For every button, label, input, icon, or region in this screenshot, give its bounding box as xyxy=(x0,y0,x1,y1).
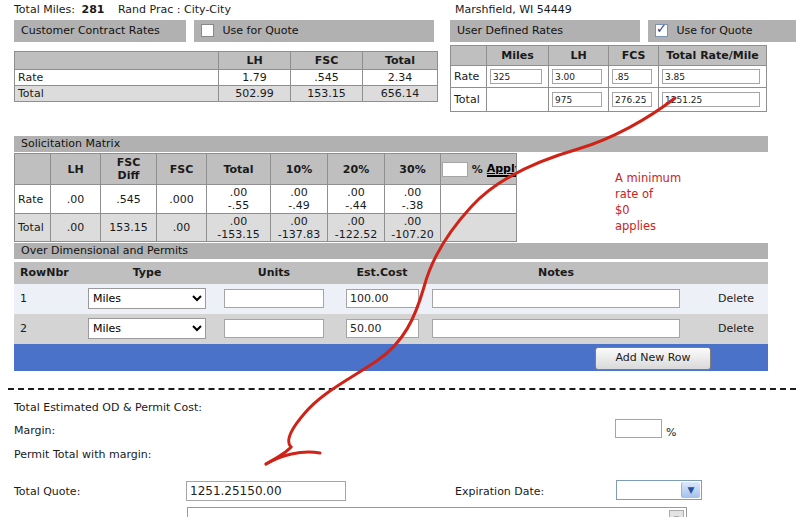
solicitation-matrix-header: Solicitation Matrix xyxy=(14,136,768,152)
sm-rate-10pct: .00-.49 xyxy=(271,185,328,214)
ccr-col-blank xyxy=(15,52,219,70)
od-row-1: 1 Miles Delete xyxy=(14,284,768,314)
expiration-date-select[interactable]: ▼ xyxy=(616,480,702,500)
ccr-rate-row: Rate 1.79 .545 2.34 xyxy=(15,70,438,86)
sm-col-lh: LH xyxy=(51,154,101,185)
od-col-rownbr: RowNbr xyxy=(20,262,69,284)
ccr-col-fsc: FSC xyxy=(291,52,363,70)
sm-total-total: .00-153.15 xyxy=(207,214,271,242)
sm-percent-label: % xyxy=(472,162,483,175)
ccr-total-label: Total xyxy=(15,86,219,102)
udr-use-for-quote-bar: ✓ Use for Quote xyxy=(648,20,796,42)
od-row1-notes-input[interactable] xyxy=(432,289,680,308)
udr-total-total-input[interactable] xyxy=(662,92,760,107)
ccr-col-lh: LH xyxy=(219,52,291,70)
sm-rate-lh: .00 xyxy=(51,185,101,214)
margin-input[interactable] xyxy=(615,419,662,438)
od-row2-number: 2 xyxy=(20,322,27,335)
od-row2-units-input[interactable] xyxy=(224,319,324,338)
sm-total-20pct: .00-122.52 xyxy=(328,214,385,242)
margin-label: Margin: xyxy=(14,424,55,437)
od-row1-units-input[interactable] xyxy=(224,289,324,308)
udr-rate-row: Rate xyxy=(451,66,767,88)
od-col-type: Type xyxy=(88,262,206,284)
od-row1-estcost-input[interactable] xyxy=(346,289,419,308)
total-miles-line: Total Miles: 281 Rand Prac : City-City xyxy=(14,3,231,16)
sm-rate-30pct: .00-.38 xyxy=(385,185,441,214)
sm-total-30pct: .00-107.20 xyxy=(385,214,441,242)
od-row2-estcost-input[interactable] xyxy=(346,319,419,338)
bottom-partial-field[interactable]: ▼ xyxy=(187,507,687,517)
bottom-field-chevron-icon: ▼ xyxy=(669,510,684,517)
sm-rate-fsc: .000 xyxy=(157,185,207,214)
sm-apply-cell: % Apply xyxy=(441,154,517,185)
sm-rate-total: .00-.55 xyxy=(207,185,271,214)
customer-contract-rates-header: Customer Contract Rates xyxy=(14,20,186,42)
sm-col-fsc: FSC xyxy=(157,154,207,185)
margin-percent-suffix: % xyxy=(666,426,676,439)
udr-total-row: Total xyxy=(451,88,767,112)
sm-col-fsc-diff: FSC Diff xyxy=(101,154,157,185)
ccr-total-lh: 502.99 xyxy=(219,86,291,102)
add-new-row-button[interactable]: Add New Row xyxy=(595,347,711,370)
od-column-header-row: RowNbr Type Units Est.Cost Notes xyxy=(14,262,768,284)
user-defined-rates-header: User Defined Rates xyxy=(450,20,640,42)
sm-col-total: Total xyxy=(207,154,271,185)
od-col-notes: Notes xyxy=(432,262,680,284)
user-defined-rates-table: Miles LH FCS Total Rate/Mile Rate Total xyxy=(450,45,767,112)
rand-prac-text: Rand Prac : City-City xyxy=(118,3,231,16)
od-footer-bar: Add New Row xyxy=(14,344,768,371)
udr-rate-miles-input[interactable] xyxy=(490,69,542,84)
solicitation-matrix-table: LH FSC Diff FSC Total 10% 20% 30% % Appl… xyxy=(14,153,517,242)
udr-rate-label: Rate xyxy=(451,66,487,88)
ccr-rate-lh: 1.79 xyxy=(219,70,291,86)
od-col-units: Units xyxy=(224,262,324,284)
udr-total-lh-input[interactable] xyxy=(552,92,602,107)
sm-rate-apply-blank xyxy=(441,185,517,214)
sm-total-row: Total .00 153.15 .00 .00-153.15 .00-137.… xyxy=(15,214,517,242)
total-quote-label: Total Quote: xyxy=(14,485,80,498)
od-row1-delete-link[interactable]: Delete xyxy=(718,292,754,305)
udr-use-for-quote-checkbox[interactable]: ✓ xyxy=(655,24,668,37)
customer-contract-rates-table: LH FSC Total Rate 1.79 .545 2.34 Total 5… xyxy=(14,51,438,102)
udr-rate-fcs-input[interactable] xyxy=(612,69,652,84)
sm-col-20pct: 20% xyxy=(328,154,385,185)
ccr-use-for-quote-checkbox[interactable] xyxy=(201,24,214,37)
udr-col-miles: Miles xyxy=(487,46,549,66)
ccr-total-fsc: 153.15 xyxy=(291,86,363,102)
udr-total-label: Total xyxy=(451,88,487,112)
total-miles-label: Total Miles: xyxy=(14,3,75,16)
sm-col-blank xyxy=(15,154,51,185)
od-row1-type-select[interactable]: Miles xyxy=(88,288,206,309)
od-row2-notes-input[interactable] xyxy=(432,319,680,338)
sm-total-label: Total xyxy=(15,214,51,242)
sm-col-30pct: 30% xyxy=(385,154,441,185)
sm-rate-row: Rate .00 .545 .000 .00-.55 .00-.49 .00-.… xyxy=(15,185,517,214)
total-miles-value: 281 xyxy=(82,3,105,16)
sm-rate-label: Rate xyxy=(15,185,51,214)
total-quote-input[interactable] xyxy=(186,481,346,501)
sm-total-10pct: .00-137.83 xyxy=(271,214,328,242)
expiration-date-label: Expiration Date: xyxy=(455,485,544,498)
od-row1-number: 1 xyxy=(20,292,27,305)
ccr-total-total: 656.14 xyxy=(363,86,438,102)
ccr-col-total: Total xyxy=(363,52,438,70)
ccr-rate-label: Rate xyxy=(15,70,219,86)
checkmark-icon: ✓ xyxy=(656,22,667,35)
udr-col-blank xyxy=(451,46,487,66)
od-row2-type-select[interactable]: Miles xyxy=(88,318,206,339)
udr-rate-lh-input[interactable] xyxy=(552,69,602,84)
udr-total-fcs-input[interactable] xyxy=(612,92,652,107)
destination-address: Marshfield, WI 54449 xyxy=(455,3,572,16)
od-row2-delete-link[interactable]: Delete xyxy=(718,322,754,335)
od-row-2: 2 Miles Delete xyxy=(14,314,768,344)
sm-apply-link[interactable]: Apply xyxy=(487,162,517,177)
sm-col-10pct: 10% xyxy=(271,154,328,185)
od-permit-cost-label: Total Estimated OD & Permit Cost: xyxy=(14,401,202,414)
sm-percent-input[interactable] xyxy=(442,162,468,177)
udr-col-total-rate-mile: Total Rate/Mile xyxy=(659,46,767,66)
od-col-estcost: Est.Cost xyxy=(332,262,432,284)
udr-rate-total-input[interactable] xyxy=(662,69,760,84)
section-divider xyxy=(8,388,796,390)
udr-col-lh: LH xyxy=(549,46,609,66)
